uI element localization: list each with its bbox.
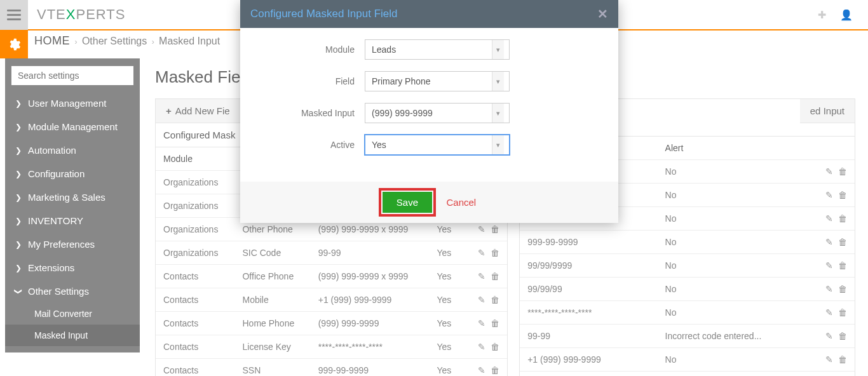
label-masked-input: Masked Input	[253, 108, 355, 118]
edit-icon[interactable]: ✎	[825, 331, 833, 341]
sidebar-item-extensions[interactable]: Extensions	[5, 256, 140, 279]
table-row: ContactsSSN999-99-9999Yes✎ 🗑	[156, 359, 507, 377]
sidebar-sub-mail-converter[interactable]: Mail Converter	[5, 303, 140, 325]
table-row: 99/99/9999No✎ 🗑	[520, 254, 855, 278]
edit-icon[interactable]: ✎	[478, 248, 485, 258]
trash-icon[interactable]: 🗑	[838, 307, 847, 318]
edit-icon[interactable]: ✎	[478, 365, 485, 375]
breadcrumb: HOME › Other Settings › Masked Input	[34, 34, 220, 48]
table-row: ContactsLicense Key****-****-****-****Ye…	[156, 335, 507, 359]
trash-icon[interactable]: 🗑	[838, 237, 847, 247]
edit-icon[interactable]: ✎	[478, 318, 485, 328]
edit-icon[interactable]: ✎	[825, 284, 833, 294]
table-row: 99/99/99No✎ 🗑	[520, 278, 855, 301]
breadcrumb-l1[interactable]: Other Settings	[82, 36, 147, 46]
col-module: Module	[156, 147, 234, 171]
col-alert: Alert	[658, 137, 804, 160]
search-input[interactable]	[11, 66, 133, 85]
edit-icon[interactable]: ✎	[825, 307, 833, 318]
select-field[interactable]: Primary Phone	[365, 71, 510, 91]
table-row: ContactsMobile+1 (999) 999-9999Yes✎ 🗑	[156, 288, 507, 312]
trash-icon[interactable]: 🗑	[838, 354, 847, 365]
user-icon[interactable]: 👤	[840, 9, 853, 21]
trash-icon[interactable]: 🗑	[838, 166, 847, 177]
edit-icon[interactable]: ✎	[478, 295, 485, 305]
label-active: Active	[253, 140, 355, 150]
sidebar-item-my-preferences[interactable]: My Preferences	[5, 232, 140, 256]
sidebar-item-user-management[interactable]: User Management	[5, 91, 140, 115]
close-icon[interactable]: ✕	[597, 6, 608, 22]
table-row: +1 (999) 999-9999No✎ 🗑	[520, 348, 855, 372]
topbar-actions: ✚ 👤	[818, 9, 868, 21]
sidebar-item-configuration[interactable]: Configuration	[5, 162, 140, 185]
sidebar-item-other-settings[interactable]: Other Settings	[5, 279, 140, 303]
sidebar-search	[11, 66, 133, 85]
table-row: 99-99Incorrect code entered...✎ 🗑	[520, 325, 855, 348]
trash-icon[interactable]: 🗑	[491, 271, 499, 281]
cancel-button[interactable]: Cancel	[446, 197, 476, 208]
sidebar-item-inventory[interactable]: INVENTORY	[5, 209, 140, 232]
label-module: Module	[253, 44, 355, 55]
trash-icon[interactable]: 🗑	[838, 260, 847, 271]
label-field: Field	[253, 76, 355, 86]
trash-icon[interactable]: 🗑	[491, 248, 499, 258]
edit-icon[interactable]: ✎	[825, 190, 833, 200]
modal-header: Configured Masked Input Field ✕	[240, 0, 618, 28]
breadcrumb-home[interactable]: HOME	[34, 34, 70, 47]
edit-icon[interactable]: ✎	[825, 260, 833, 271]
sidebar-sub-masked-input[interactable]: Masked Input	[5, 325, 140, 346]
settings-sidebar: User ManagementModule ManagementAutomati…	[5, 58, 140, 352]
trash-icon[interactable]: 🗑	[491, 318, 499, 328]
table-row: 999-99-9999No✎ 🗑	[520, 231, 855, 254]
trash-icon[interactable]: 🗑	[838, 190, 847, 200]
save-button[interactable]: Save	[383, 192, 432, 213]
table-row: ContactsHome Phone(999) 999-9999Yes✎ 🗑	[156, 312, 507, 335]
modal-title: Configured Masked Input Field	[250, 8, 398, 20]
trash-icon[interactable]: 🗑	[491, 365, 499, 375]
trash-icon[interactable]: 🗑	[491, 342, 499, 352]
modal-footer: Save Cancel	[240, 182, 618, 223]
edit-icon[interactable]: ✎	[478, 342, 485, 352]
hamburger-menu[interactable]	[0, 0, 28, 30]
table-row: ****-****-****-****No✎ 🗑	[520, 301, 855, 325]
edit-icon[interactable]: ✎	[478, 224, 485, 234]
edit-icon[interactable]: ✎	[825, 166, 833, 177]
trash-icon[interactable]: 🗑	[838, 284, 847, 294]
settings-gear[interactable]	[0, 30, 28, 58]
select-masked-input[interactable]: (999) 999-9999	[365, 103, 510, 123]
add-icon[interactable]: ✚	[818, 9, 826, 21]
breadcrumb-l2: Masked Input	[159, 36, 220, 46]
trash-icon[interactable]: 🗑	[838, 213, 847, 224]
select-module[interactable]: Leads	[365, 39, 510, 60]
sidebar-item-marketing-sales[interactable]: Marketing & Sales	[5, 185, 140, 209]
add-masked-input-button[interactable]: ed Input	[800, 99, 855, 123]
sidebar-item-module-management[interactable]: Module Management	[5, 115, 140, 138]
edit-icon[interactable]: ✎	[825, 213, 833, 224]
trash-icon[interactable]: 🗑	[491, 295, 499, 305]
table-row: OrganizationsSIC Code99-99Yes✎ 🗑	[156, 241, 507, 265]
trash-icon[interactable]: 🗑	[838, 331, 847, 341]
table-row: ContactsOffice Phone(999) 999-9999 x 999…	[156, 265, 507, 288]
edit-icon[interactable]: ✎	[478, 271, 485, 281]
modal-configured-masked-input: Configured Masked Input Field ✕ Module L…	[240, 0, 618, 223]
logo: VTEXPERTS	[28, 6, 134, 23]
trash-icon[interactable]: 🗑	[491, 224, 499, 234]
edit-icon[interactable]: ✎	[825, 237, 833, 247]
edit-icon[interactable]: ✎	[825, 354, 833, 365]
sidebar-item-automation[interactable]: Automation	[5, 138, 140, 162]
select-active[interactable]: Yes	[365, 135, 510, 155]
